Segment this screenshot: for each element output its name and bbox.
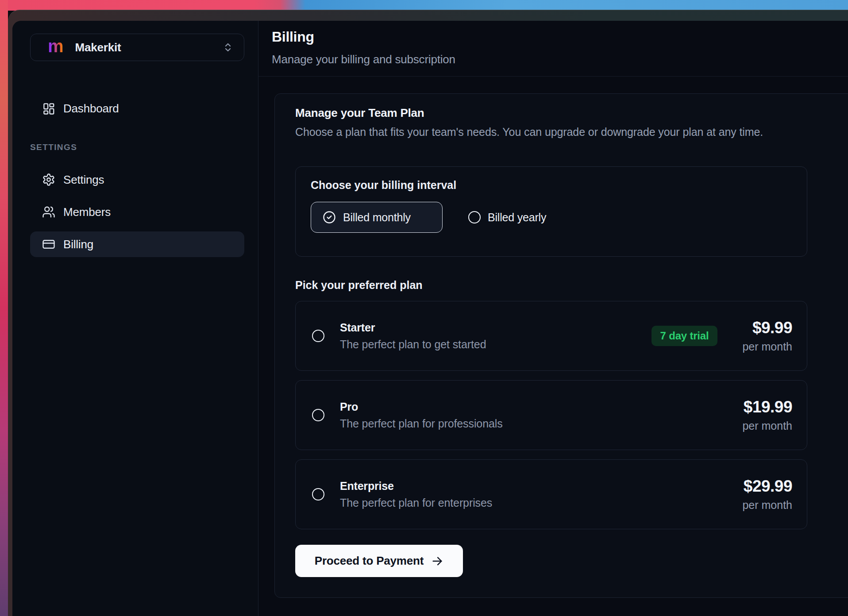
chevrons-up-down-icon (223, 42, 233, 53)
trial-badge: 7 day trial (651, 326, 718, 346)
radio-button-icon[interactable] (312, 488, 324, 500)
plan-period: per month (742, 420, 792, 432)
sidebar: m Makerkit Dashboard SETTINGS Settings (12, 21, 258, 616)
plan-text: Pro The perfect plan for professionals (340, 400, 503, 430)
price-block: $19.99 per month (742, 398, 792, 432)
price-block: $29.99 per month (742, 477, 792, 512)
billing-interval-label: Choose your billing interval (311, 179, 807, 192)
card-title: Manage your Team Plan (295, 106, 848, 120)
sidebar-item-label: Billing (63, 238, 93, 251)
page-title: Billing (272, 29, 848, 45)
radio-button-icon[interactable] (312, 409, 324, 421)
plan-price: $9.99 (742, 319, 792, 337)
credit-card-icon (42, 238, 55, 251)
plan-name: Starter (340, 321, 486, 334)
radio-button-icon[interactable] (468, 211, 481, 223)
sidebar-settings-group: Settings Members Billing (30, 167, 244, 257)
plan-description: The perfect plan for professionals (340, 417, 503, 430)
sidebar-nav: Dashboard SETTINGS Settings Members (30, 96, 244, 257)
arrow-right-icon (431, 555, 443, 567)
option-label: Billed yearly (488, 211, 546, 224)
page-content: Manage your Team Plan Choose a plan that… (258, 77, 848, 616)
price-block: $9.99 per month (742, 319, 792, 353)
page-subtitle: Manage your billing and subscription (272, 53, 848, 66)
option-billed-yearly[interactable]: Billed yearly (468, 211, 546, 224)
plan-price: $19.99 (742, 398, 792, 416)
sidebar-item-settings[interactable]: Settings (30, 167, 244, 192)
plan-description: The perfect plan for enterprises (340, 497, 492, 509)
plan-price: $29.99 (742, 477, 792, 496)
sidebar-item-billing[interactable]: Billing (30, 231, 244, 257)
app-window: m Makerkit Dashboard SETTINGS Settings (8, 10, 848, 616)
plan-row-pro[interactable]: Pro The perfect plan for professionals $… (295, 380, 807, 450)
cta-label: Proceed to Payment (315, 554, 424, 568)
workspace-selector[interactable]: m Makerkit (30, 34, 244, 61)
plan-text: Starter The perfect plan to get started (340, 321, 486, 351)
gear-icon (42, 173, 55, 186)
plan-period: per month (742, 499, 792, 512)
desktop-wallpaper-top (0, 0, 848, 11)
sidebar-item-label: Members (63, 205, 111, 219)
app-root: m Makerkit Dashboard SETTINGS Settings (12, 21, 848, 616)
plan-row-enterprise[interactable]: Enterprise The perfect plan for enterpri… (295, 459, 807, 529)
workspace-name: Makerkit (75, 41, 121, 54)
desktop-wallpaper-left (0, 0, 8, 616)
plan-name: Enterprise (340, 480, 492, 493)
card-subtitle: Choose a plan that fits your team's need… (295, 126, 848, 139)
check-circle-icon (323, 211, 336, 224)
sidebar-item-dashboard[interactable]: Dashboard (30, 96, 244, 121)
plan-period: per month (742, 340, 792, 353)
page-header: Billing Manage your billing and subscrip… (258, 21, 848, 77)
sidebar-item-members[interactable]: Members (30, 199, 244, 225)
plan-description: The perfect plan to get started (340, 338, 486, 351)
makerkit-logo-icon: m (48, 37, 64, 55)
radio-button-icon[interactable] (312, 330, 324, 342)
sidebar-item-label: Dashboard (63, 102, 119, 116)
main-area: Billing Manage your billing and subscrip… (258, 21, 848, 616)
plans-section-label: Pick your preferred plan (295, 279, 848, 292)
billing-interval-options: Billed monthly Billed yearly (311, 202, 807, 233)
option-billed-monthly[interactable]: Billed monthly (311, 202, 443, 233)
proceed-to-payment-button[interactable]: Proceed to Payment (295, 545, 463, 577)
option-label: Billed monthly (343, 211, 411, 224)
users-icon (42, 205, 55, 219)
plan-text: Enterprise The perfect plan for enterpri… (340, 480, 492, 509)
dashboard-grid-icon (42, 102, 55, 115)
billing-interval-box: Choose your billing interval Billed mont… (295, 166, 807, 257)
plan-row-starter[interactable]: Starter The perfect plan to get started … (295, 301, 807, 371)
plan-name: Pro (340, 400, 503, 413)
sidebar-section-label: SETTINGS (30, 142, 244, 152)
team-plan-card: Manage your Team Plan Choose a plan that… (274, 93, 848, 598)
sidebar-item-label: Settings (63, 173, 104, 187)
